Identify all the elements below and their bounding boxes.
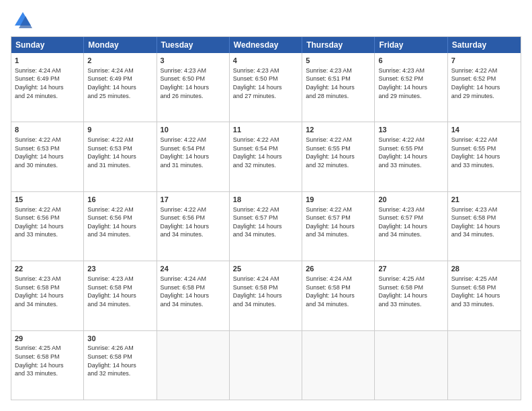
day-number: 17 bbox=[161, 195, 226, 205]
logo bbox=[11, 11, 32, 30]
day-number: 23 bbox=[87, 264, 152, 274]
cell-content: Sunrise: 4:22 AMSunset: 6:54 PMDaylight:… bbox=[161, 136, 226, 169]
cell-content: Sunrise: 4:23 AMSunset: 6:57 PMDaylight:… bbox=[378, 205, 443, 239]
day-number: 1 bbox=[15, 56, 80, 66]
cell-content: Sunrise: 4:25 AMSunset: 6:58 PMDaylight:… bbox=[451, 275, 517, 308]
calendar-cell: 13Sunrise: 4:22 AMSunset: 6:55 PMDayligh… bbox=[375, 122, 447, 191]
weekday-header: Monday bbox=[84, 37, 157, 53]
calendar-row: 15Sunrise: 4:22 AMSunset: 6:56 PMDayligh… bbox=[11, 191, 521, 261]
day-number: 9 bbox=[87, 125, 152, 135]
logo-icon bbox=[13, 11, 32, 30]
calendar-cell: 6Sunrise: 4:23 AMSunset: 6:52 PMDaylight… bbox=[375, 53, 447, 122]
day-number: 10 bbox=[161, 125, 226, 135]
cell-content: Sunrise: 4:22 AMSunset: 6:57 PMDaylight:… bbox=[306, 205, 371, 239]
day-number: 14 bbox=[451, 125, 517, 135]
weekday-header: Tuesday bbox=[157, 37, 230, 53]
day-number: 22 bbox=[15, 264, 80, 274]
calendar-cell: 21Sunrise: 4:23 AMSunset: 6:58 PMDayligh… bbox=[448, 192, 521, 261]
cell-content: Sunrise: 4:24 AMSunset: 6:58 PMDaylight:… bbox=[233, 275, 298, 308]
calendar-cell: 14Sunrise: 4:22 AMSunset: 6:55 PMDayligh… bbox=[448, 122, 521, 191]
day-number: 6 bbox=[378, 56, 443, 66]
calendar-cell: 4Sunrise: 4:23 AMSunset: 6:50 PMDaylight… bbox=[230, 53, 302, 122]
calendar-row: 8Sunrise: 4:22 AMSunset: 6:53 PMDaylight… bbox=[11, 122, 521, 191]
cell-content: Sunrise: 4:22 AMSunset: 6:56 PMDaylight:… bbox=[87, 205, 152, 239]
day-number: 8 bbox=[15, 125, 80, 135]
day-number: 11 bbox=[233, 125, 298, 135]
cell-content: Sunrise: 4:25 AMSunset: 6:58 PMDaylight:… bbox=[15, 344, 80, 377]
cell-content: Sunrise: 4:22 AMSunset: 6:55 PMDaylight:… bbox=[451, 136, 517, 169]
page: SundayMondayTuesdayWednesdayThursdayFrid… bbox=[0, 0, 532, 411]
calendar-cell: 1Sunrise: 4:24 AMSunset: 6:49 PMDaylight… bbox=[11, 53, 84, 122]
calendar-cell bbox=[230, 331, 302, 400]
day-number: 26 bbox=[306, 264, 371, 274]
cell-content: Sunrise: 4:25 AMSunset: 6:58 PMDaylight:… bbox=[378, 275, 443, 308]
calendar-cell bbox=[448, 331, 521, 400]
calendar-cell: 26Sunrise: 4:24 AMSunset: 6:58 PMDayligh… bbox=[302, 261, 375, 330]
calendar-row: 22Sunrise: 4:23 AMSunset: 6:58 PMDayligh… bbox=[11, 261, 521, 330]
calendar-cell: 20Sunrise: 4:23 AMSunset: 6:57 PMDayligh… bbox=[375, 192, 447, 261]
calendar-cell: 25Sunrise: 4:24 AMSunset: 6:58 PMDayligh… bbox=[230, 261, 302, 330]
calendar-cell: 9Sunrise: 4:22 AMSunset: 6:53 PMDaylight… bbox=[84, 122, 157, 191]
day-number: 28 bbox=[451, 264, 517, 274]
cell-content: Sunrise: 4:23 AMSunset: 6:52 PMDaylight:… bbox=[378, 66, 443, 100]
day-number: 18 bbox=[233, 195, 298, 205]
calendar-cell: 18Sunrise: 4:22 AMSunset: 6:57 PMDayligh… bbox=[230, 192, 302, 261]
calendar-cell: 3Sunrise: 4:23 AMSunset: 6:50 PMDaylight… bbox=[157, 53, 230, 122]
calendar-cell: 7Sunrise: 4:22 AMSunset: 6:52 PMDaylight… bbox=[448, 53, 521, 122]
cell-content: Sunrise: 4:26 AMSunset: 6:58 PMDaylight:… bbox=[87, 344, 152, 377]
weekday-header: Sunday bbox=[11, 37, 84, 53]
cell-content: Sunrise: 4:22 AMSunset: 6:53 PMDaylight:… bbox=[87, 136, 152, 169]
day-number: 30 bbox=[87, 334, 152, 344]
calendar-cell bbox=[375, 331, 447, 400]
calendar-cell: 24Sunrise: 4:24 AMSunset: 6:58 PMDayligh… bbox=[157, 261, 230, 330]
cell-content: Sunrise: 4:23 AMSunset: 6:58 PMDaylight:… bbox=[451, 205, 517, 239]
day-number: 24 bbox=[161, 264, 226, 274]
cell-content: Sunrise: 4:23 AMSunset: 6:51 PMDaylight:… bbox=[306, 66, 371, 100]
calendar-cell: 11Sunrise: 4:22 AMSunset: 6:54 PMDayligh… bbox=[230, 122, 302, 191]
calendar-cell: 10Sunrise: 4:22 AMSunset: 6:54 PMDayligh… bbox=[157, 122, 230, 191]
calendar-header: SundayMondayTuesdayWednesdayThursdayFrid… bbox=[11, 37, 521, 53]
cell-content: Sunrise: 4:24 AMSunset: 6:58 PMDaylight:… bbox=[306, 275, 371, 308]
calendar: SundayMondayTuesdayWednesdayThursdayFrid… bbox=[11, 36, 521, 400]
cell-content: Sunrise: 4:24 AMSunset: 6:58 PMDaylight:… bbox=[161, 275, 226, 308]
day-number: 15 bbox=[15, 195, 80, 205]
cell-content: Sunrise: 4:22 AMSunset: 6:53 PMDaylight:… bbox=[15, 136, 80, 169]
calendar-cell: 29Sunrise: 4:25 AMSunset: 6:58 PMDayligh… bbox=[11, 331, 84, 400]
cell-content: Sunrise: 4:22 AMSunset: 6:56 PMDaylight:… bbox=[15, 205, 80, 239]
day-number: 2 bbox=[87, 56, 152, 66]
day-number: 7 bbox=[451, 56, 517, 66]
weekday-header: Saturday bbox=[448, 37, 521, 53]
calendar-cell: 23Sunrise: 4:23 AMSunset: 6:58 PMDayligh… bbox=[84, 261, 157, 330]
cell-content: Sunrise: 4:23 AMSunset: 6:58 PMDaylight:… bbox=[87, 275, 152, 308]
calendar-cell: 17Sunrise: 4:22 AMSunset: 6:56 PMDayligh… bbox=[157, 192, 230, 261]
calendar-cell: 5Sunrise: 4:23 AMSunset: 6:51 PMDaylight… bbox=[302, 53, 375, 122]
calendar-cell: 8Sunrise: 4:22 AMSunset: 6:53 PMDaylight… bbox=[11, 122, 84, 191]
day-number: 12 bbox=[306, 125, 371, 135]
cell-content: Sunrise: 4:22 AMSunset: 6:57 PMDaylight:… bbox=[233, 205, 298, 239]
calendar-cell: 16Sunrise: 4:22 AMSunset: 6:56 PMDayligh… bbox=[84, 192, 157, 261]
day-number: 19 bbox=[306, 195, 371, 205]
day-number: 13 bbox=[378, 125, 443, 135]
calendar-cell: 22Sunrise: 4:23 AMSunset: 6:58 PMDayligh… bbox=[11, 261, 84, 330]
cell-content: Sunrise: 4:22 AMSunset: 6:56 PMDaylight:… bbox=[161, 205, 226, 239]
day-number: 20 bbox=[378, 195, 443, 205]
weekday-header: Friday bbox=[375, 37, 447, 53]
day-number: 25 bbox=[233, 264, 298, 274]
day-number: 16 bbox=[87, 195, 152, 205]
calendar-cell bbox=[157, 331, 230, 400]
day-number: 5 bbox=[306, 56, 371, 66]
day-number: 27 bbox=[378, 264, 443, 274]
cell-content: Sunrise: 4:22 AMSunset: 6:54 PMDaylight:… bbox=[233, 136, 298, 169]
calendar-cell: 15Sunrise: 4:22 AMSunset: 6:56 PMDayligh… bbox=[11, 192, 84, 261]
header bbox=[11, 11, 521, 30]
day-number: 4 bbox=[233, 56, 298, 66]
calendar-cell: 19Sunrise: 4:22 AMSunset: 6:57 PMDayligh… bbox=[302, 192, 375, 261]
calendar-body: 1Sunrise: 4:24 AMSunset: 6:49 PMDaylight… bbox=[11, 53, 521, 400]
calendar-cell: 27Sunrise: 4:25 AMSunset: 6:58 PMDayligh… bbox=[375, 261, 447, 330]
calendar-cell bbox=[302, 331, 375, 400]
cell-content: Sunrise: 4:24 AMSunset: 6:49 PMDaylight:… bbox=[87, 66, 152, 100]
calendar-cell: 2Sunrise: 4:24 AMSunset: 6:49 PMDaylight… bbox=[84, 53, 157, 122]
day-number: 21 bbox=[451, 195, 517, 205]
cell-content: Sunrise: 4:23 AMSunset: 6:50 PMDaylight:… bbox=[161, 66, 226, 100]
calendar-cell: 12Sunrise: 4:22 AMSunset: 6:55 PMDayligh… bbox=[302, 122, 375, 191]
